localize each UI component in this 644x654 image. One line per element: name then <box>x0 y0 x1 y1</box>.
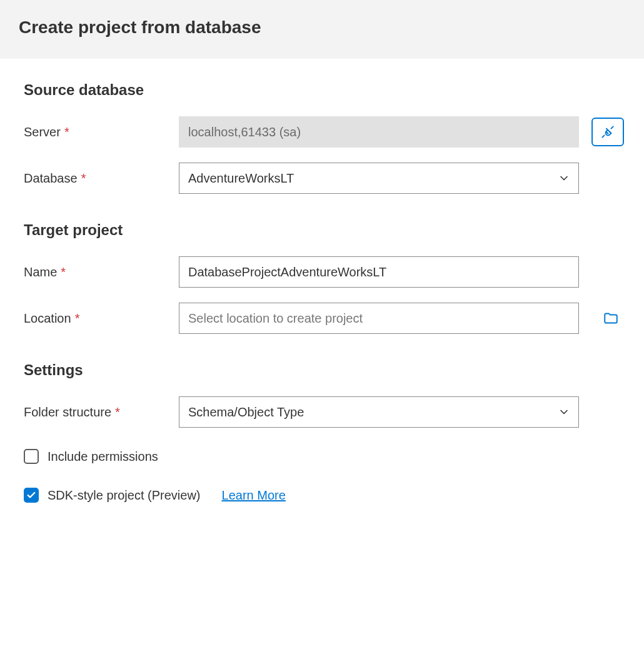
row-location: Location* <box>24 303 620 334</box>
folder-structure-select-wrap <box>179 396 579 428</box>
folder-icon <box>601 310 620 326</box>
server-input <box>179 116 579 148</box>
database-select[interactable] <box>179 163 579 194</box>
required-marker: * <box>61 265 66 279</box>
name-label: Name* <box>24 265 179 279</box>
plug-icon <box>600 124 616 140</box>
required-marker: * <box>75 311 80 325</box>
row-folder-structure: Folder structure* <box>24 396 620 428</box>
dialog-header: Create project from database <box>0 0 644 59</box>
row-name: Name* <box>24 256 620 288</box>
location-input[interactable] <box>179 303 579 334</box>
folder-structure-label: Folder structure* <box>24 405 179 420</box>
section-target-heading: Target project <box>24 221 620 239</box>
browse-button[interactable] <box>601 310 620 326</box>
required-marker: * <box>64 125 69 139</box>
required-marker: * <box>81 171 86 185</box>
row-include-permissions: Include permissions <box>24 449 620 464</box>
database-select-wrap <box>179 163 579 194</box>
row-sdk-style: SDK-style project (Preview) Learn More <box>24 488 620 503</box>
row-database: Database* <box>24 163 620 194</box>
include-permissions-label: Include permissions <box>48 450 158 464</box>
location-label: Location* <box>24 311 179 326</box>
database-label: Database* <box>24 171 179 186</box>
sdk-style-checkbox[interactable] <box>24 488 39 503</box>
learn-more-link[interactable]: Learn More <box>222 488 286 503</box>
dialog-title: Create project from database <box>19 18 625 38</box>
check-icon <box>26 490 36 500</box>
section-settings-heading: Settings <box>24 361 620 379</box>
server-label: Server* <box>24 125 179 139</box>
name-input[interactable] <box>179 256 579 288</box>
sdk-style-label: SDK-style project (Preview) <box>48 488 201 503</box>
section-source-heading: Source database <box>24 81 620 99</box>
connect-button[interactable] <box>591 118 624 146</box>
folder-structure-select[interactable] <box>179 396 579 428</box>
include-permissions-checkbox[interactable] <box>24 449 39 464</box>
dialog-body: Source database Server* Database* Ta <box>0 59 644 528</box>
row-server: Server* <box>24 116 620 148</box>
required-marker: * <box>115 405 120 419</box>
